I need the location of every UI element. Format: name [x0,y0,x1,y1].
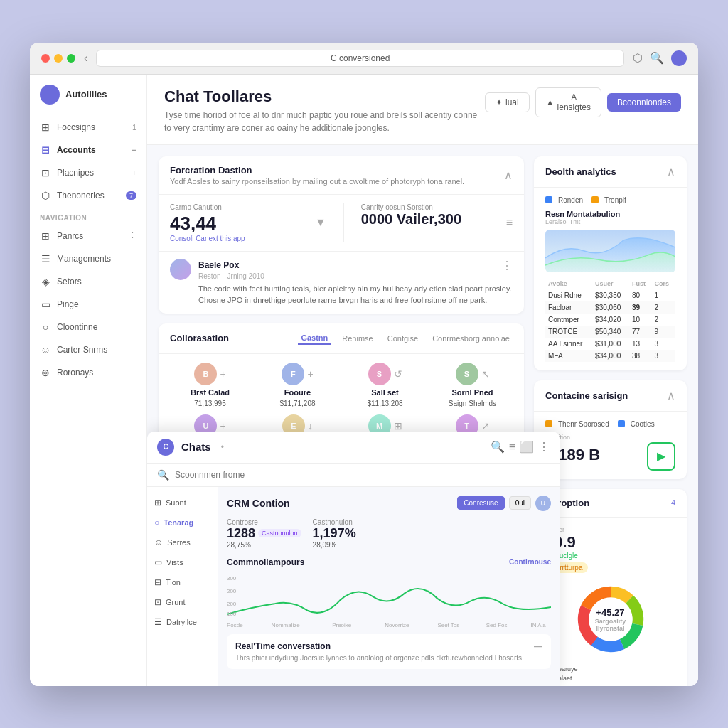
chart-title: Resn Montatabulion [545,210,675,218]
share-icon[interactable]: ⬡ [633,51,643,65]
more-icon[interactable]: ⋮ [538,440,550,454]
sidebar-item-carter[interactable]: ☺ Carter Snrms [30,338,146,361]
chat-sidebar-datryilce[interactable]: ☰ Datryilce [147,612,218,632]
chat-panel-search: 🔍 [147,464,560,487]
crm-btn-0ul[interactable]: 0ul [509,496,531,510]
conv-stat-1-label: Carmo Canution [170,203,304,211]
member-value: 71,13,995 [194,400,226,407]
sidebar-badge: − [132,146,136,154]
conversation-stats: Carmo Canution 43,44 Consoli Canext this… [159,195,524,251]
sidebar-item-roronays[interactable]: ⊛ Roronays [30,361,146,384]
sidebar-item-thenoneries[interactable]: ⬡ Thenoneries 7 [30,184,146,207]
filter-icon[interactable]: ≡ [509,441,515,454]
crm-stat-2-pct: 28,09% [313,541,356,549]
aproption-count[interactable]: 4 [671,498,675,507]
lensigtes-button[interactable]: ▲ A lensigtes [535,87,601,117]
legend-dot-ronden [545,196,552,203]
sidebar-icon: ⊟ [40,144,51,156]
sidebar-item-pinge[interactable]: ▭ Pinge [30,293,146,316]
connector-icon: ↖ [481,368,490,380]
more-icon[interactable]: ⋮ [501,259,513,272]
chat-panel-expand-icon[interactable]: • [221,442,224,452]
chevron-up-icon[interactable]: ∧ [667,165,675,178]
header-text: Chat Toollares Tyse time horiod of foe a… [164,87,485,134]
conv-stat-1-link[interactable]: Consoli Canext this app [170,235,304,242]
url-bar[interactable]: C conversioned [96,50,624,67]
sidebar-item-setors[interactable]: ◈ Setors [30,270,146,293]
sidebar-label: Serres [167,538,190,547]
chat-preview: Baele Pox ⋮ Reston - Jrning 2010 The cod… [159,251,524,314]
sidebar-item-panrcs[interactable]: ⊞ Panrcs ⋮ [30,225,146,247]
member-name: Fooure [284,388,311,397]
cell-v1: 39 [629,301,652,314]
conv-stat-2: Canrity oosun Sorstion 0000 Vailer,300 [361,203,495,242]
chat-search-input[interactable] [175,470,550,480]
chat-sidebar-grunt[interactable]: ⊡ Grunt [147,592,218,612]
sidebar-icon: ☺ [40,344,51,355]
chat-sidebar-serres[interactable]: ☺ Serres [147,532,218,552]
sidebar-item-foccsigns[interactable]: ⊞ Foccsigns 1 [30,116,146,139]
cell-v1: 77 [629,326,652,338]
collab-avatar: F [282,363,304,385]
down-arrow-icon: ▼ [315,216,326,229]
filter-icon[interactable]: ≡ [506,216,513,229]
svg-text:Preoixe: Preoixe [332,622,351,628]
maximize-button[interactable] [67,54,75,63]
campaign-legend-dot-1 [545,420,552,427]
health-col-usuer: Usuer [592,278,629,289]
tab-confgise[interactable]: Confgise [385,333,421,344]
sidebar-item-managements[interactable]: ☰ Managements [30,247,146,270]
tab-gastnn[interactable]: Gastnn [298,332,331,345]
crm-stats: Controsre 1288 Castnonulon 28,75% Castno… [227,518,551,549]
crm-stat-2: Castnonulon 1,197% 28,09% [313,518,356,549]
sidebar-item-accounts[interactable]: ⊟ Accounts − [30,139,146,161]
chat-panel-header: C Chats • 🔍 ≡ ⬜ ⋮ [147,432,560,464]
layout-icon[interactable]: ⬜ [520,440,534,454]
cell-name: AA Lsinner [545,338,592,350]
sidebar-label: Placnipes [57,168,94,178]
sidebar-label: Setors [57,277,82,287]
aproption-suffix: ⊛ druclgle [545,552,675,560]
chat-sidebar-tenarag[interactable]: ○ Tenarag [147,513,218,532]
chevron-up-icon[interactable]: ∧ [504,168,513,182]
bcoonnlondes-button[interactable]: Bcoonnlondes [607,93,681,112]
tab-conrmesborg[interactable]: Conrmesborg annolae [429,333,513,344]
svg-text:200: 200 [227,601,236,606]
crm-btn-conresuse[interactable]: Conresuse [457,496,504,510]
chevron-up-icon[interactable]: ∧ [667,389,675,402]
sidebar-icon: ⊟ [154,577,161,587]
sidebar-badge: 1 [132,123,136,132]
sidebar-label: Carter Snrms [57,345,107,355]
sidebar-item-cloontinne[interactable]: ○ Cloontinne [30,316,146,338]
health-table: Avoke Usuer Fust Cors Dusi Rdne $30,350 … [545,278,675,362]
sidebar-icon: ⊞ [40,230,51,242]
member-value: Saign Shalmds [449,400,496,407]
chevron-up-icon[interactable]: — [534,641,542,651]
chat-sidebar-suont[interactable]: ⊞ Suont [147,493,218,513]
conv-stat-1-value: 43,44 [170,213,304,235]
cell-value: $34,000 [592,350,629,362]
chat-info: Baele Pox ⋮ Reston - Jrning 2010 The cod… [198,259,513,306]
collab-member-4: S ↖ Sornl Pned Saign Shalmds [432,363,513,407]
sidebar-label: Datryilce [166,618,197,626]
sidebar-badge: + [132,168,136,177]
chat-sidebar-vists[interactable]: ▭ Vists [147,552,218,572]
chat-sidebar: ⊞ Suont ○ Tenarag ☺ Serres ▭ [147,487,218,686]
search-icon[interactable]: 🔍 [650,51,664,65]
minimize-button[interactable] [54,54,63,63]
search-icon[interactable]: 🔍 [491,440,505,454]
tab-renimse[interactable]: Renimse [339,333,375,344]
donut-legend-searuye: Searuye [545,665,675,673]
lual-button[interactable]: ✦ lual [485,92,530,112]
comms-link[interactable]: Contirnouse [509,558,551,566]
cell-v2: 3 [652,338,675,350]
campaign-legend-1: Thenr Sporosed [558,420,609,428]
user-avatar[interactable] [671,50,687,66]
donut-legend-salaet: Salaet [545,675,675,682]
close-button[interactable] [41,54,50,63]
chat-sidebar-tion[interactable]: ⊟ Tion [147,572,218,592]
back-button[interactable]: ‹ [84,52,87,65]
crm-stat-2-value: 1,197% [313,526,356,541]
campaign-play-button[interactable]: ▶ [647,442,675,471]
sidebar-item-placnipes[interactable]: ⊡ Placnipes + [30,161,146,184]
